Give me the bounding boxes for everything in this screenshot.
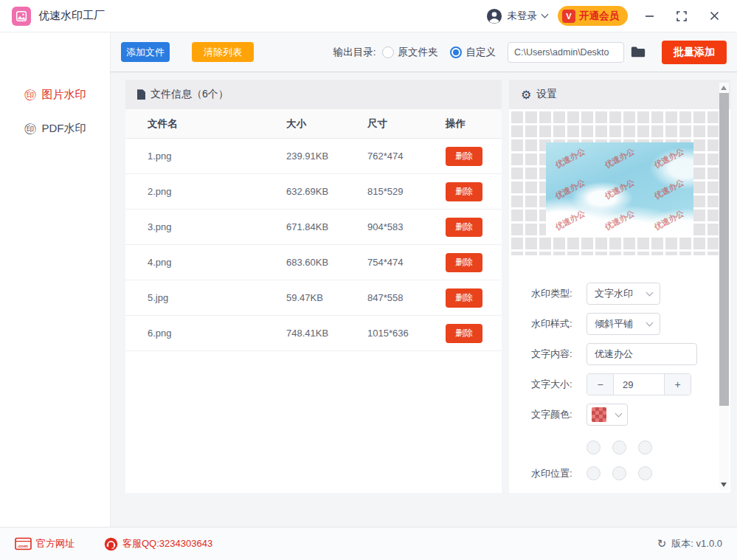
text-content-label: 文字内容:: [531, 348, 587, 361]
user-icon: [486, 8, 502, 24]
official-website-link[interactable]: .com 官方网址: [15, 537, 75, 550]
table-row: 1.png 239.91KB 762*474 删除: [125, 139, 502, 174]
browse-folder-button[interactable]: [631, 46, 646, 58]
delete-button[interactable]: 删除: [446, 253, 482, 272]
app-window: 优速水印工厂 未登录 V 开通会员: [0, 0, 737, 560]
official-website-label: 官方网址: [36, 537, 75, 550]
watermark-tile-grid: 优速办公 优速办公 优速办公 优速办公 优速办公 优速办公 优速办公 优速办公 …: [546, 142, 693, 235]
position-radio[interactable]: [638, 466, 652, 480]
batch-add-button[interactable]: 批量添加: [662, 41, 727, 64]
customer-service-icon: [104, 537, 118, 551]
support-qq-link[interactable]: 客服QQ:3234303643: [104, 537, 212, 551]
color-swatch: [592, 407, 606, 422]
file-name: 1.png: [148, 151, 286, 162]
version-label: 版本: v1.0.0: [671, 537, 722, 550]
close-button[interactable]: [703, 6, 725, 27]
file-size: 748.41KB: [286, 328, 367, 339]
text-content-input[interactable]: [587, 343, 697, 365]
position-radio[interactable]: [612, 466, 626, 480]
watermark-text: 优速办公: [553, 176, 587, 201]
chevron-down-icon: [646, 319, 654, 327]
file-dimensions: 847*558: [367, 292, 446, 303]
stamp-icon: ㊞: [24, 122, 37, 135]
clear-list-button[interactable]: 清除列表: [192, 42, 254, 62]
gear-icon: ⚙: [521, 88, 531, 102]
login-label: 未登录: [508, 10, 538, 23]
sidebar-item-label: 图片水印: [42, 88, 86, 102]
text-size-input[interactable]: [614, 374, 664, 395]
website-icon: .com: [15, 537, 32, 550]
table-row: 4.png 683.60KB 754*474 删除: [125, 245, 502, 280]
delete-button[interactable]: 删除: [446, 182, 482, 201]
column-actions: 操作: [446, 117, 502, 131]
watermark-type-select[interactable]: 文字水印: [587, 283, 660, 305]
sidebar-item-label: PDF水印: [42, 122, 86, 136]
vip-badge-icon: V: [562, 10, 575, 23]
text-color-label: 文字颜色:: [531, 408, 587, 421]
vip-button-label: 开通会员: [579, 10, 619, 23]
position-radio[interactable]: [638, 440, 652, 454]
file-panel-title: 文件信息（6个）: [150, 88, 229, 101]
output-path-input[interactable]: [508, 42, 624, 63]
delete-button[interactable]: 删除: [446, 147, 482, 166]
scrollbar-thumb[interactable]: [719, 93, 729, 406]
settings-form: 水印类型: 文字水印 水印样式: 倾斜平铺 文字内容:: [509, 255, 730, 480]
status-bar: .com 官方网址 客服QQ:3234303643 ↻ 版本: v1.0.0: [0, 527, 737, 560]
file-dimensions: 1015*636: [367, 328, 446, 339]
open-vip-button[interactable]: V 开通会员: [558, 6, 628, 26]
watermark-type-value: 文字水印: [595, 287, 633, 300]
table-header-row: 文件名 大小 尺寸 操作: [125, 109, 502, 139]
chevron-down-icon: [615, 410, 623, 418]
file-dimensions: 815*529: [367, 186, 446, 197]
maximize-button[interactable]: [671, 6, 693, 27]
file-size: 671.84KB: [286, 221, 367, 232]
title-bar: 优速水印工厂 未登录 V 开通会员: [0, 0, 737, 32]
delete-button[interactable]: 删除: [446, 324, 482, 343]
radio-original-folder[interactable]: 原文件夹: [382, 46, 438, 59]
decrease-size-button[interactable]: −: [587, 374, 614, 395]
sidebar: ㊞ 图片水印 ㊞ PDF水印: [0, 32, 111, 527]
app-title: 优速水印工厂: [38, 9, 105, 23]
file-name: 2.png: [148, 186, 286, 197]
add-files-button[interactable]: 添加文件: [121, 42, 170, 62]
file-name: 4.png: [148, 257, 286, 268]
file-dimensions: 754*474: [367, 257, 446, 268]
document-icon: [137, 89, 145, 100]
position-radio[interactable]: [587, 440, 601, 454]
minimize-button[interactable]: [638, 6, 660, 27]
column-filename: 文件名: [148, 117, 286, 131]
file-panel-header: 文件信息（6个）: [125, 80, 502, 109]
sidebar-item-pdf-watermark[interactable]: ㊞ PDF水印: [24, 114, 86, 143]
radio-selected-icon: [450, 46, 462, 58]
increase-size-button[interactable]: +: [664, 374, 691, 395]
table-row: 6.png 748.41KB 1015*636 删除: [125, 316, 502, 351]
watermark-text: 优速办公: [603, 176, 637, 201]
version-area: ↻ 版本: v1.0.0: [657, 537, 722, 550]
text-color-picker[interactable]: [587, 404, 628, 426]
position-radio[interactable]: [587, 466, 601, 480]
watermark-text: 优速办公: [603, 207, 637, 232]
file-dimensions: 904*583: [367, 221, 446, 232]
watermark-style-select[interactable]: 倾斜平铺: [587, 313, 660, 335]
delete-button[interactable]: 删除: [446, 218, 482, 237]
delete-button[interactable]: 删除: [446, 288, 482, 308]
close-icon: [710, 11, 719, 21]
folder-icon: [631, 46, 646, 58]
scroll-up-arrow-icon[interactable]: [721, 86, 727, 90]
watermark-text: 优速办公: [603, 145, 637, 170]
login-dropdown[interactable]: 未登录: [486, 8, 548, 24]
watermark-text: 优速办公: [652, 207, 686, 232]
chevron-down-icon: [646, 289, 654, 297]
settings-title: 设置: [536, 88, 557, 101]
file-size: 59.47KB: [286, 292, 367, 303]
radio-custom-folder[interactable]: 自定义: [450, 46, 496, 59]
minimize-icon: [645, 11, 654, 21]
support-qq-label: 客服QQ:3234303643: [122, 537, 212, 550]
refresh-icon: ↻: [657, 537, 667, 550]
position-radio[interactable]: [612, 440, 626, 454]
settings-panel: ⚙ 设置 优速办公 优速办公 优速办公 优速办公 优速办公 优速办公 优速办公 …: [509, 80, 730, 493]
scroll-down-arrow-icon[interactable]: [721, 483, 727, 487]
sidebar-item-image-watermark[interactable]: ㊞ 图片水印: [24, 80, 86, 109]
settings-scrollbar: [719, 83, 729, 490]
file-info-panel: 文件信息（6个） 文件名 大小 尺寸 操作 1.png 239.91KB 762…: [125, 80, 502, 493]
